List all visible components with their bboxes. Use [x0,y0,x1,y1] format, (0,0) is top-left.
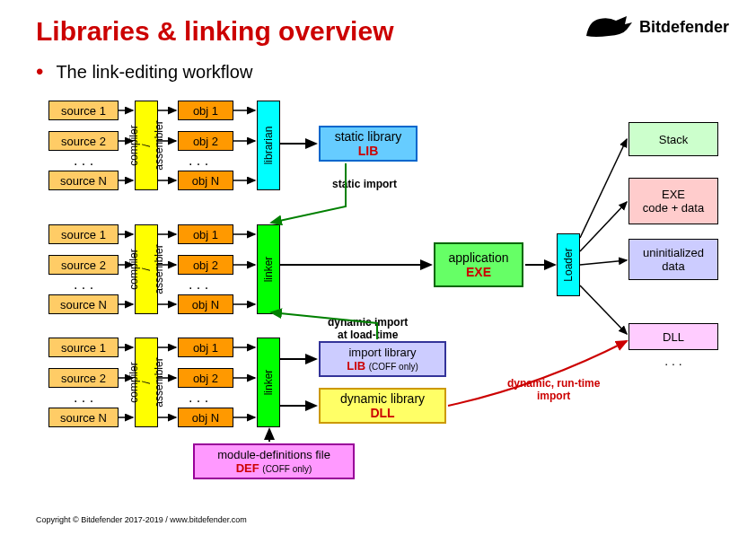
obj-box: obj 1 [178,224,233,244]
loader-label: Loader [557,233,580,296]
mem-code: EXE code + data [629,178,718,224]
obj-box: obj 2 [178,131,233,151]
label: LIB [358,144,379,158]
label: DEF [236,461,259,475]
slide-title: Libraries & linking overview [36,16,393,47]
source-box: source N [48,408,119,427]
dots: . . . [48,390,119,406]
obj-box: obj N [178,408,233,427]
label: import library [348,346,416,359]
ann-static-import: static import [332,178,397,190]
bullet-item: • The link-editing workflow [36,61,252,83]
label: DLL [370,406,394,420]
obj-box: obj N [178,171,233,190]
label: (COFF only) [262,464,312,474]
mem-dots: . . . [629,354,718,368]
obj-box: obj 1 [178,101,233,120]
compiler-label: compiler / assembler [135,338,158,427]
label: application [449,250,509,265]
source-box: source 1 [48,101,119,120]
label: static library [335,129,402,144]
svg-line-36 [580,285,627,334]
bullet-text: The link-editing workflow [56,62,252,83]
dots: . . . [48,276,119,293]
svg-line-35 [580,260,627,265]
dots: . . . [171,276,226,293]
mem-stack: Stack [629,122,718,156]
source-box: source 2 [48,255,119,275]
obj-box: obj 2 [178,368,233,388]
copyright: Copyright © Bitdefender 2017-2019 / www.… [36,515,247,524]
wolf-icon [582,13,636,40]
svg-line-34 [580,202,627,251]
label: LIB [347,359,365,373]
linker-label-1: linker [257,224,280,314]
obj-box: obj N [178,294,233,314]
source-box: source 2 [48,368,119,388]
source-box: source 1 [48,338,119,357]
logo-text: Bitdefender [639,18,729,37]
label: EXE [466,265,491,279]
source-box: source N [48,294,119,314]
source-box: source N [48,171,119,190]
linker-label-2: linker [257,338,280,427]
def-file-box: module-definitions file DEF (COFF only) [193,443,355,479]
dots: . . . [48,153,119,169]
source-box: source 2 [48,131,119,151]
label: module-definitions file [217,448,330,461]
source-box: source 1 [48,224,119,244]
mem-dll: DLL [629,323,718,350]
compiler-label: compiler / assembler [135,101,158,190]
label: dynamic library [340,391,425,406]
obj-box: obj 1 [178,338,233,357]
librarian-label: librarian [257,101,280,190]
import-lib-box: import library LIB (COFF only) [319,341,446,377]
logo: Bitdefender [582,13,729,40]
mem-data: uninitialized data [629,239,718,280]
bullet-dot-icon: • [36,61,43,83]
dynamic-lib-box: dynamic library DLL [319,388,446,424]
dots: . . . [171,153,226,169]
obj-box: obj 2 [178,255,233,275]
compiler-label: compiler / assembler [135,224,158,314]
static-lib-box: static library LIB [319,126,418,162]
dots: . . . [171,390,226,406]
label: (COFF only) [369,362,418,372]
app-exe-box: application EXE [434,242,523,287]
ann-dyn-load: dynamic import at load-time [328,316,408,341]
ann-dyn-run: dynamic, run-time import [507,377,600,402]
svg-line-33 [580,139,627,238]
